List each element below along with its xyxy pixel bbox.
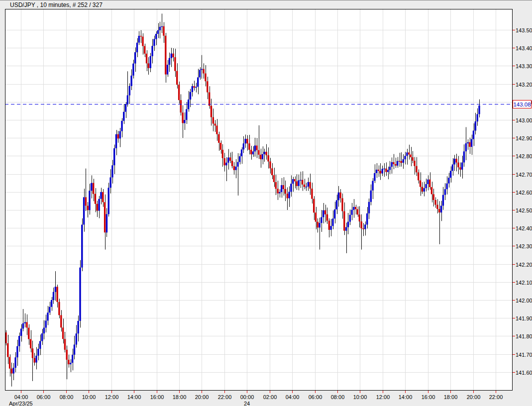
candle-body-up (391, 162, 393, 167)
candle-body-down (205, 74, 206, 82)
candle-body-up (245, 139, 246, 143)
y-axis-label: 141.60 (516, 370, 532, 376)
candle-body-up (108, 188, 109, 214)
candle-body-up (454, 159, 455, 165)
candle-body-up (184, 120, 185, 123)
candle-body-up (452, 165, 453, 171)
candle-body-down (304, 185, 305, 187)
candle-body-down (34, 358, 35, 363)
candle-body-up (129, 86, 130, 96)
candle-body-down (326, 214, 328, 221)
candle-body-down (87, 206, 89, 210)
candle-body-down (357, 209, 358, 215)
candle-body-up (389, 167, 391, 170)
candle-body-up (76, 333, 77, 344)
y-axis-label: 142.30 (516, 243, 532, 249)
chart-window: USD/JPY , 10 minutes, # 252 / 327 143.50… (0, 0, 532, 406)
candle-body-up (53, 292, 54, 300)
candle-body-up (425, 184, 426, 188)
candle-body-down (340, 193, 341, 199)
candle-body-up (450, 171, 451, 178)
x-axis-label: 14:00 (127, 394, 141, 400)
candle-body-down (172, 54, 174, 57)
candle-body-up (345, 227, 347, 231)
y-axis-label: 141.90 (516, 315, 532, 321)
candle-body-down (229, 158, 231, 161)
x-axis-label: 10:00 (353, 394, 367, 400)
candle-body-down (412, 157, 414, 161)
y-axis-label: 141.70 (516, 352, 532, 358)
candle-body-down (258, 150, 259, 155)
candle-body-up (171, 54, 172, 58)
candle-body-down (266, 152, 267, 155)
candle-body-up (349, 215, 351, 222)
candle-body-up (387, 170, 389, 172)
candle-body-down (182, 112, 184, 123)
y-axis-label: 143.30 (516, 63, 532, 69)
candle-body-down (296, 182, 298, 186)
candle-body-up (113, 148, 115, 165)
candle-body-up (20, 329, 22, 336)
candle-body-up (37, 349, 39, 356)
candle-body-up (81, 225, 83, 268)
candle-body-up (199, 70, 201, 77)
candle-body-down (144, 46, 145, 54)
candle-body-up (72, 355, 73, 363)
x-axis-label: 22:00 (489, 394, 503, 400)
candle-body-up (290, 184, 292, 192)
candle-body-up (24, 322, 26, 323)
candle-body-up (448, 178, 449, 184)
candle-body-up (372, 181, 373, 191)
candle-body-down (246, 139, 248, 143)
candle-body-up (465, 143, 467, 151)
candle-body-down (174, 57, 176, 71)
y-axis-label: 141.80 (516, 333, 532, 339)
candle-body-down (11, 369, 12, 374)
y-axis-label: 142.90 (516, 135, 532, 141)
candle-body-up (49, 307, 50, 313)
candle-body-up (374, 173, 375, 181)
candle-body-up (332, 218, 333, 226)
candle-body-up (119, 131, 121, 139)
candle-body-down (64, 339, 66, 350)
candle-body-down (178, 85, 180, 100)
candle-body-down (355, 207, 356, 209)
candle-body-up (197, 78, 199, 87)
candle-body-up (125, 104, 126, 112)
candle-body-up (134, 52, 136, 64)
candle-body-up (478, 105, 480, 114)
candle-body-up (89, 191, 90, 210)
x-axis-label: 08:00 (331, 394, 345, 400)
candle-body-up (22, 323, 24, 329)
candle-body-up (47, 312, 48, 320)
candle-body-down (62, 327, 64, 339)
candle-body-up (473, 131, 474, 139)
candle-body-up (186, 109, 187, 120)
candlestick-chart[interactable]: 143.50143.40143.30143.20143.10143.00142.… (0, 0, 532, 406)
candle-body-down (248, 143, 250, 150)
y-axis-label: 142.70 (516, 172, 532, 178)
candle-body-up (121, 121, 122, 131)
candle-body-down (410, 155, 412, 158)
candle-body-up (376, 170, 377, 173)
x-axis-label: 04:00 (14, 394, 28, 400)
candle-body-down (302, 180, 303, 185)
candle-body-up (471, 139, 472, 147)
candle-body-up (243, 143, 244, 149)
y-axis-label: 142.10 (516, 280, 532, 286)
candle-body-down (220, 143, 221, 150)
candle-body-down (140, 36, 142, 37)
candle-body-up (334, 209, 335, 218)
candle-body-down (283, 185, 284, 189)
candle-body-down (203, 69, 205, 74)
candle-body-up (366, 213, 368, 225)
x-axis-label: 18:00 (173, 394, 187, 400)
candle-body-down (399, 161, 400, 162)
candle-body-up (201, 69, 203, 70)
candle-body-down (401, 161, 402, 163)
candle-body-up (13, 368, 14, 374)
candle-body-up (298, 180, 300, 186)
candle-body-up (74, 345, 75, 355)
x-axis-label: 12:00 (105, 394, 119, 400)
y-axis-label: 143.50 (516, 27, 532, 33)
